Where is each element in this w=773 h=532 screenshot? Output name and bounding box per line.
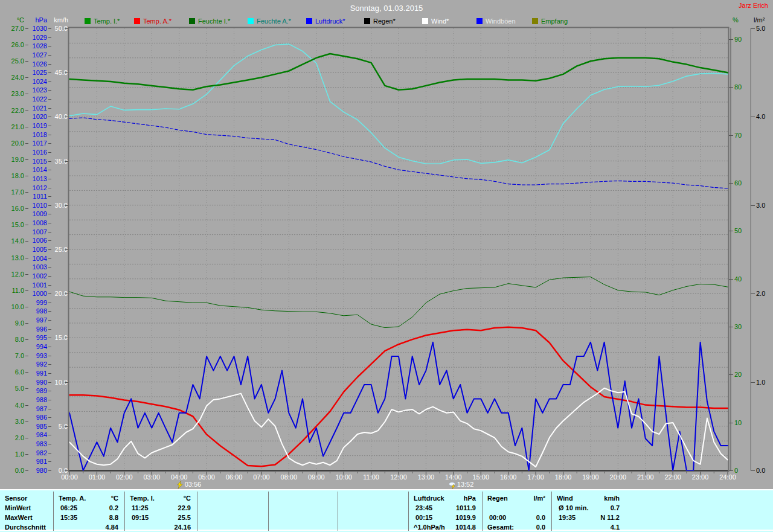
axis-label-temp-axis: 9.0 (0, 319, 24, 327)
axis-label-temp-axis: 2.0 (0, 434, 24, 441)
axis-tick-wind-axis (65, 338, 68, 338)
event-marker: 03:56 (176, 481, 210, 489)
axis-tick-pressure-axis (48, 99, 51, 100)
axis-tick-pressure-axis (48, 46, 51, 46)
legend-swatch-icon (248, 18, 254, 24)
axis-label-pressure-axis: 1006 (23, 237, 47, 244)
x-axis-label: 00:00 (56, 473, 83, 481)
axis-tick-humidity-axis (729, 470, 733, 471)
axis-label-pressure-axis: 1013 (23, 175, 47, 182)
x-axis-label: 05:00 (193, 473, 220, 481)
axis-label-pressure-axis: 1027 (23, 51, 47, 59)
axis-tick-pressure-axis (48, 108, 51, 109)
legend-label: Temp. I.* (94, 18, 120, 25)
table-cell: 0.2 (53, 504, 118, 512)
axis-tick-humidity-axis (729, 423, 733, 423)
legend-item-empfang: Empfang (532, 18, 586, 25)
axis-tick-rain-axis (751, 382, 755, 383)
table-row-label: MinWert (5, 504, 31, 512)
axis-label-rain-axis: 5.0 (756, 25, 772, 32)
x-axis-label: 17:00 (522, 473, 549, 481)
axis-tick-wind-axis (65, 470, 68, 471)
table-cell: 0.0 (482, 514, 545, 522)
x-axis-label: 22:00 (659, 473, 686, 481)
axis-tick-humidity-axis (729, 279, 733, 280)
axis-label-pressure-axis: 981 (23, 458, 47, 465)
axis-label-temp-axis: 3.0 (0, 418, 24, 425)
table-cell: 0.7 (551, 504, 620, 512)
axis-tick-humidity-axis (729, 231, 733, 231)
axis-tick-pressure-axis (48, 82, 51, 82)
axis-label-temp-axis: 17.0 (0, 188, 24, 196)
x-axis-label: 16:00 (495, 473, 522, 481)
axis-label-temp-axis: 25.0 (0, 57, 24, 65)
legend-label: Luftdruck* (315, 18, 345, 25)
axis-label-pressure-axis: 1019 (23, 122, 47, 129)
axis-label-wind-axis: 45.0 (43, 69, 68, 76)
axis-tick-pressure-axis (48, 135, 51, 135)
axis-tick-humidity-axis (729, 39, 733, 40)
table-column-divider (338, 492, 338, 531)
legend-swatch-icon (306, 18, 312, 24)
axis-tick-pressure-axis (48, 453, 51, 453)
x-axis-label: 01:00 (83, 473, 110, 481)
axis-tick-pressure-axis (48, 400, 51, 400)
axis-label-pressure-axis: 1008 (23, 219, 47, 226)
axis-label-temp-axis: 24.0 (0, 74, 24, 81)
table-column-divider (268, 492, 269, 531)
axis-tick-pressure-axis (48, 126, 51, 126)
axis-tick-wind-axis (65, 382, 68, 383)
axis-label-rain-axis: 0.0 (756, 467, 772, 474)
legend-swatch-icon (364, 18, 370, 24)
table-cell: 1014.8 (408, 524, 476, 531)
table-cell: 22.9 (124, 504, 191, 512)
axis-tick-rain-axis (751, 293, 755, 294)
x-axis-label: 11:00 (358, 473, 385, 481)
axis-tick-pressure-axis (48, 143, 51, 144)
x-axis-label: 23:00 (687, 473, 714, 481)
legend-label: Feuchte A.* (257, 18, 291, 25)
axis-label-wind-axis: 50.0 (43, 25, 68, 32)
table-cell: N 11.2 (551, 514, 620, 522)
axis-label-wind-axis: 5.0 (43, 423, 68, 430)
axis-label-wind-axis: 25.0 (43, 246, 68, 253)
axis-label-pressure-axis: 1018 (23, 131, 47, 138)
axis-label-pressure-axis: 1011 (23, 193, 47, 200)
axis-tick-pressure-axis (48, 240, 51, 241)
axis-tick-pressure-axis (48, 232, 51, 232)
axis-tick-pressure-axis (48, 303, 51, 303)
axis-tick-wind-axis (65, 161, 68, 162)
axis-label-pressure-axis: 983 (23, 440, 47, 447)
table-cell: °C (124, 495, 191, 502)
legend-label: Wind* (431, 18, 449, 25)
axis-tick-pressure-axis (48, 409, 51, 409)
x-axis-label: 21:00 (632, 473, 659, 481)
axis-label-pressure-axis: 1012 (23, 184, 47, 191)
x-axis-label: 14:00 (440, 473, 467, 481)
x-axis-label: 19:00 (577, 473, 604, 481)
axis-tick-rain-axis (751, 28, 755, 29)
table-cell: hPa (408, 495, 476, 502)
axis-tick-humidity-axis (729, 183, 733, 184)
axis-label-rain-axis: 2.0 (756, 290, 772, 297)
axis-tick-pressure-axis (48, 364, 51, 365)
legend-swatch-icon (422, 18, 428, 24)
axis-label-pressure-axis: 998 (23, 307, 47, 315)
axis-label-temp-axis: 14.0 (0, 237, 24, 245)
chart-plot (0, 0, 773, 532)
axis-label-pressure-axis: 1016 (23, 149, 47, 156)
axis-label-temp-axis: 15.0 (0, 221, 24, 228)
axis-label-humidity-axis: 30 (734, 323, 749, 330)
x-axis-label: 18:00 (550, 473, 577, 481)
axis-tick-pressure-axis (48, 55, 51, 56)
event-marker: 13:52 (449, 481, 483, 489)
pressure-axis-unit: hPa (28, 16, 47, 24)
event-marker-time: 03:56 (185, 481, 202, 489)
table-cell: 0.0 (482, 524, 545, 531)
axis-label-pressure-axis: 987 (23, 405, 47, 412)
axis-tick-pressure-axis (48, 37, 51, 38)
axis-label-pressure-axis: 1001 (23, 281, 47, 289)
axis-label-wind-axis: 10.0 (43, 379, 68, 386)
axis-label-temp-axis: 23.0 (0, 90, 24, 97)
axis-label-humidity-axis: 20 (734, 371, 749, 378)
